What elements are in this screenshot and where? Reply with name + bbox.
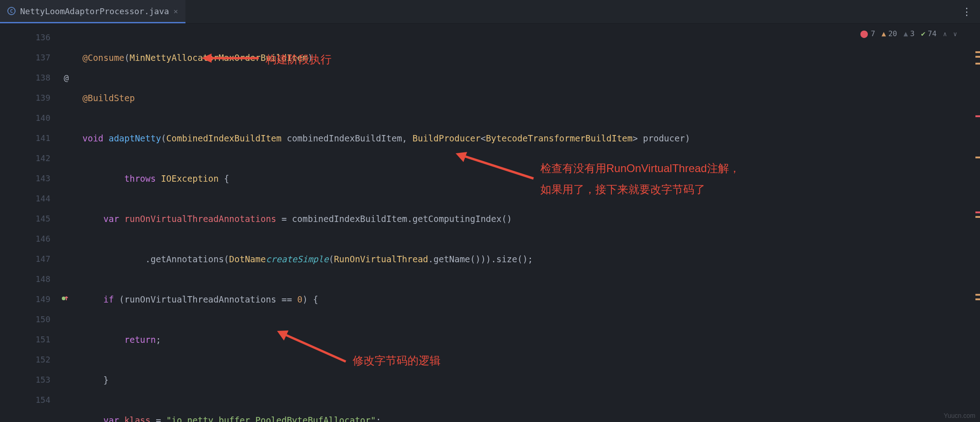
editor: 136 137 138@ 139 140 141 142 143 144 145… [0, 24, 980, 422]
line-number[interactable]: 148 [0, 269, 82, 289]
line-number[interactable]: 149 [0, 289, 82, 309]
line-number[interactable]: 139 [0, 88, 82, 108]
line-number[interactable]: 141 [0, 128, 82, 148]
tab-title: NettyLoomAdaptorProcessor.java [20, 6, 169, 16]
line-number[interactable]: 146 [0, 229, 82, 249]
tab-bar: C NettyLoomAdaptorProcessor.java ✕ ⋮ [0, 0, 980, 24]
code-line[interactable]: .getAnnotations(DotNamecreateSimple(RunO… [82, 249, 980, 269]
code-area[interactable]: @Consume(MinNettyAllocatorMaxOrderBuildI… [82, 24, 980, 422]
stripe-warning[interactable] [975, 216, 980, 218]
code-line[interactable]: return; [82, 330, 980, 350]
inspections-widget[interactable]: ⬤7 ▲20 ▲3 ✔74 ∧ ∨ [860, 29, 957, 38]
warning-count[interactable]: ▲20 [882, 29, 897, 38]
line-number[interactable]: 138@ [0, 68, 82, 88]
line-number[interactable]: 145 [0, 209, 82, 229]
code-line[interactable]: @Consume(MinNettyAllocatorMaxOrderBuildI… [82, 48, 980, 68]
gutter: 136 137 138@ 139 140 141 142 143 144 145… [0, 24, 82, 422]
code-line[interactable]: if (runOnVirtualThreadAnnotations == 0) … [82, 289, 980, 309]
line-number[interactable]: 152 [0, 350, 82, 370]
code-line[interactable]: @BuildStep [82, 88, 980, 108]
error-count[interactable]: ⬤7 [860, 29, 875, 38]
error-icon: ⬤ [860, 29, 868, 38]
stripe-warning[interactable] [975, 298, 980, 300]
change-marker-icon[interactable] [61, 289, 69, 309]
stripe-warning[interactable] [975, 51, 980, 53]
line-number[interactable]: 154 [0, 390, 82, 410]
check-icon: ✔ [921, 29, 926, 38]
line-number[interactable]: 142 [0, 148, 82, 168]
kebab-menu-icon[interactable]: ⋮ [962, 6, 973, 17]
line-number[interactable]: 147 [0, 249, 82, 269]
editor-tab[interactable]: C NettyLoomAdaptorProcessor.java ✕ [0, 0, 185, 23]
line-number[interactable]: 137 [0, 48, 82, 68]
stripe-error[interactable] [975, 115, 980, 117]
line-number[interactable]: 140 [0, 108, 82, 128]
nav-down-icon[interactable]: ∨ [953, 30, 957, 38]
error-stripe[interactable] [974, 24, 980, 422]
line-number[interactable]: 153 [0, 370, 82, 390]
code-line[interactable]: var runOnVirtualThreadAnnotations = comb… [82, 209, 980, 229]
close-icon[interactable]: ✕ [174, 7, 178, 16]
code-line[interactable]: throws IOException { [82, 168, 980, 189]
weak-warning-count[interactable]: ▲3 [904, 29, 915, 38]
nav-up-icon[interactable]: ∧ [943, 30, 947, 38]
stripe-warning[interactable] [975, 294, 980, 296]
override-icon[interactable]: @ [64, 68, 69, 88]
weak-warning-icon: ▲ [904, 29, 908, 38]
code-line[interactable]: void adaptNetty(CombinedIndexBuildItem c… [82, 128, 980, 148]
code-line[interactable]: } [82, 370, 980, 390]
line-number[interactable]: 151 [0, 330, 82, 350]
stripe-warning[interactable] [975, 63, 980, 65]
line-number[interactable]: 150 [0, 309, 82, 330]
ok-count[interactable]: ✔74 [921, 29, 936, 38]
line-number[interactable]: 136 [0, 27, 82, 48]
warning-icon: ▲ [882, 29, 886, 38]
stripe-error[interactable] [975, 211, 980, 213]
stripe-warning[interactable] [975, 56, 980, 58]
line-number[interactable]: 144 [0, 189, 82, 209]
code-line[interactable]: var klass = "io.netty.buffer.PooledByteB… [82, 410, 980, 422]
stripe-warning[interactable] [975, 157, 980, 158]
class-icon: C [7, 7, 16, 15]
svg-point-0 [62, 297, 65, 300]
watermark: Yuucn.com [944, 412, 975, 419]
line-number[interactable]: 143 [0, 168, 82, 189]
